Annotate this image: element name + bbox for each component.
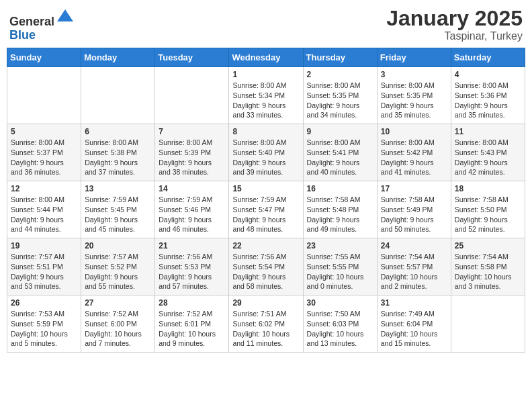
day-info: Sunrise: 7:55 AMSunset: 5:55 PMDaylight:… bbox=[307, 252, 373, 291]
day-info: Sunrise: 8:00 AMSunset: 5:41 PMDaylight:… bbox=[307, 138, 373, 177]
day-number: 5 bbox=[11, 127, 77, 136]
day-header-saturday: Saturday bbox=[451, 48, 525, 67]
day-number: 22 bbox=[232, 241, 299, 250]
calendar-cell: 8Sunrise: 8:00 AMSunset: 5:40 PMDaylight… bbox=[229, 124, 303, 181]
week-row-1: 1Sunrise: 8:00 AMSunset: 5:34 PMDaylight… bbox=[7, 67, 525, 124]
calendar-cell: 29Sunrise: 7:51 AMSunset: 6:02 PMDayligh… bbox=[229, 295, 303, 353]
day-number: 28 bbox=[159, 298, 225, 308]
day-number: 26 bbox=[11, 298, 77, 308]
logo-icon bbox=[56, 7, 75, 26]
day-number: 17 bbox=[381, 184, 447, 193]
day-info: Sunrise: 8:00 AMSunset: 5:35 PMDaylight:… bbox=[381, 81, 447, 120]
day-number: 23 bbox=[307, 241, 373, 250]
calendar-cell: 1Sunrise: 8:00 AMSunset: 5:34 PMDaylight… bbox=[229, 67, 303, 124]
day-info: Sunrise: 7:59 AMSunset: 5:45 PMDaylight:… bbox=[85, 195, 151, 234]
day-info: Sunrise: 8:00 AMSunset: 5:43 PMDaylight:… bbox=[455, 138, 521, 177]
day-number: 9 bbox=[307, 127, 373, 136]
week-row-2: 5Sunrise: 8:00 AMSunset: 5:37 PMDaylight… bbox=[7, 124, 525, 181]
day-number: 14 bbox=[159, 184, 225, 193]
day-number: 25 bbox=[455, 241, 521, 250]
day-info: Sunrise: 7:51 AMSunset: 6:02 PMDaylight:… bbox=[232, 309, 299, 349]
day-info: Sunrise: 7:52 AMSunset: 6:00 PMDaylight:… bbox=[85, 309, 151, 349]
calendar-cell: 9Sunrise: 8:00 AMSunset: 5:41 PMDaylight… bbox=[303, 124, 377, 181]
calendar-cell bbox=[155, 67, 229, 124]
week-row-5: 26Sunrise: 7:53 AMSunset: 5:59 PMDayligh… bbox=[7, 295, 525, 353]
calendar-cell: 26Sunrise: 7:53 AMSunset: 5:59 PMDayligh… bbox=[7, 295, 81, 353]
day-number: 15 bbox=[232, 184, 299, 193]
day-info: Sunrise: 8:00 AMSunset: 5:38 PMDaylight:… bbox=[85, 138, 151, 177]
day-number: 30 bbox=[307, 298, 373, 308]
calendar-cell: 30Sunrise: 7:50 AMSunset: 6:03 PMDayligh… bbox=[303, 295, 377, 353]
day-number: 19 bbox=[11, 241, 77, 250]
day-header-friday: Friday bbox=[377, 48, 451, 67]
calendar-cell: 20Sunrise: 7:57 AMSunset: 5:52 PMDayligh… bbox=[81, 238, 155, 295]
day-number: 27 bbox=[85, 298, 151, 308]
week-row-4: 19Sunrise: 7:57 AMSunset: 5:51 PMDayligh… bbox=[7, 238, 525, 295]
day-header-thursday: Thursday bbox=[303, 48, 377, 67]
day-info: Sunrise: 8:00 AMSunset: 5:44 PMDaylight:… bbox=[11, 195, 77, 234]
calendar-cell: 31Sunrise: 7:49 AMSunset: 6:04 PMDayligh… bbox=[377, 295, 451, 353]
day-info: Sunrise: 8:00 AMSunset: 5:39 PMDaylight:… bbox=[159, 138, 225, 177]
day-header-tuesday: Tuesday bbox=[155, 48, 229, 67]
calendar-cell: 17Sunrise: 7:58 AMSunset: 5:49 PMDayligh… bbox=[377, 181, 451, 238]
calendar-cell: 10Sunrise: 8:00 AMSunset: 5:42 PMDayligh… bbox=[377, 124, 451, 181]
calendar-cell: 14Sunrise: 7:59 AMSunset: 5:46 PMDayligh… bbox=[155, 181, 229, 238]
calendar-cell: 24Sunrise: 7:54 AMSunset: 5:57 PMDayligh… bbox=[377, 238, 451, 295]
day-info: Sunrise: 7:57 AMSunset: 5:52 PMDaylight:… bbox=[85, 252, 151, 291]
logo: General Blue bbox=[9, 7, 75, 42]
day-info: Sunrise: 7:56 AMSunset: 5:54 PMDaylight:… bbox=[232, 252, 299, 291]
day-header-sunday: Sunday bbox=[7, 48, 81, 67]
day-number: 16 bbox=[307, 184, 373, 193]
day-info: Sunrise: 7:49 AMSunset: 6:04 PMDaylight:… bbox=[381, 309, 447, 349]
calendar-cell: 7Sunrise: 8:00 AMSunset: 5:39 PMDaylight… bbox=[155, 124, 229, 181]
day-info: Sunrise: 7:57 AMSunset: 5:51 PMDaylight:… bbox=[11, 252, 77, 291]
day-header-wednesday: Wednesday bbox=[229, 48, 303, 67]
month-title: January 2025 bbox=[386, 7, 523, 30]
calendar-cell: 13Sunrise: 7:59 AMSunset: 5:45 PMDayligh… bbox=[81, 181, 155, 238]
day-number: 12 bbox=[11, 184, 77, 193]
calendar-cell: 6Sunrise: 8:00 AMSunset: 5:38 PMDaylight… bbox=[81, 124, 155, 181]
day-info: Sunrise: 8:00 AMSunset: 5:40 PMDaylight:… bbox=[232, 138, 299, 177]
page-header: General Blue January 2025 Taspinar, Turk… bbox=[7, 7, 525, 42]
day-number: 20 bbox=[85, 241, 151, 250]
day-info: Sunrise: 8:00 AMSunset: 5:42 PMDaylight:… bbox=[381, 138, 447, 177]
day-info: Sunrise: 7:52 AMSunset: 6:01 PMDaylight:… bbox=[159, 309, 225, 349]
day-number: 6 bbox=[85, 127, 151, 136]
logo-general-text: General bbox=[9, 15, 54, 28]
calendar-cell: 18Sunrise: 7:58 AMSunset: 5:50 PMDayligh… bbox=[451, 181, 525, 238]
day-info: Sunrise: 8:00 AMSunset: 5:36 PMDaylight:… bbox=[455, 81, 521, 120]
day-number: 8 bbox=[232, 127, 299, 136]
day-info: Sunrise: 7:58 AMSunset: 5:48 PMDaylight:… bbox=[307, 195, 373, 234]
day-info: Sunrise: 7:56 AMSunset: 5:53 PMDaylight:… bbox=[159, 252, 225, 291]
calendar-cell: 4Sunrise: 8:00 AMSunset: 5:36 PMDaylight… bbox=[451, 67, 525, 124]
day-number: 3 bbox=[381, 70, 447, 79]
logo-blue-text: Blue bbox=[9, 28, 36, 42]
day-number: 21 bbox=[159, 241, 225, 250]
day-header-monday: Monday bbox=[81, 48, 155, 67]
calendar-cell bbox=[7, 67, 81, 124]
day-number: 29 bbox=[232, 298, 299, 308]
calendar-cell: 22Sunrise: 7:56 AMSunset: 5:54 PMDayligh… bbox=[229, 238, 303, 295]
calendar-cell: 2Sunrise: 8:00 AMSunset: 5:35 PMDaylight… bbox=[303, 67, 377, 124]
calendar-cell: 16Sunrise: 7:58 AMSunset: 5:48 PMDayligh… bbox=[303, 181, 377, 238]
calendar-cell: 12Sunrise: 8:00 AMSunset: 5:44 PMDayligh… bbox=[7, 181, 81, 238]
day-number: 1 bbox=[232, 70, 299, 79]
day-number: 18 bbox=[455, 184, 521, 193]
day-info: Sunrise: 7:59 AMSunset: 5:47 PMDaylight:… bbox=[232, 195, 299, 234]
calendar-cell: 23Sunrise: 7:55 AMSunset: 5:55 PMDayligh… bbox=[303, 238, 377, 295]
day-info: Sunrise: 7:53 AMSunset: 5:59 PMDaylight:… bbox=[11, 309, 77, 349]
day-number: 10 bbox=[381, 127, 447, 136]
calendar-cell: 19Sunrise: 7:57 AMSunset: 5:51 PMDayligh… bbox=[7, 238, 81, 295]
day-number: 11 bbox=[455, 127, 521, 136]
calendar-cell: 15Sunrise: 7:59 AMSunset: 5:47 PMDayligh… bbox=[229, 181, 303, 238]
day-info: Sunrise: 7:54 AMSunset: 5:58 PMDaylight:… bbox=[455, 252, 521, 291]
day-number: 7 bbox=[159, 127, 225, 136]
calendar-cell: 25Sunrise: 7:54 AMSunset: 5:58 PMDayligh… bbox=[451, 238, 525, 295]
day-info: Sunrise: 7:50 AMSunset: 6:03 PMDaylight:… bbox=[307, 309, 373, 349]
day-info: Sunrise: 7:58 AMSunset: 5:49 PMDaylight:… bbox=[381, 195, 447, 234]
day-info: Sunrise: 8:00 AMSunset: 5:35 PMDaylight:… bbox=[307, 81, 373, 120]
day-info: Sunrise: 8:00 AMSunset: 5:37 PMDaylight:… bbox=[11, 138, 77, 177]
day-number: 2 bbox=[307, 70, 373, 79]
day-info: Sunrise: 8:00 AMSunset: 5:34 PMDaylight:… bbox=[232, 81, 299, 120]
day-number: 24 bbox=[381, 241, 447, 250]
